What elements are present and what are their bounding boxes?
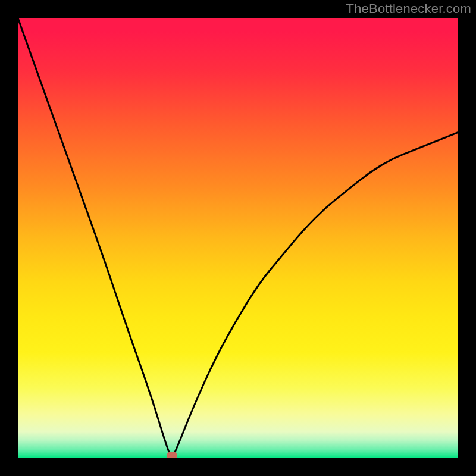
plot-area xyxy=(18,18,458,458)
bottleneck-curve xyxy=(18,18,458,456)
attribution-text: TheBottlenecker.com xyxy=(346,1,471,17)
curve-svg xyxy=(18,18,458,458)
minimum-marker xyxy=(167,452,177,458)
